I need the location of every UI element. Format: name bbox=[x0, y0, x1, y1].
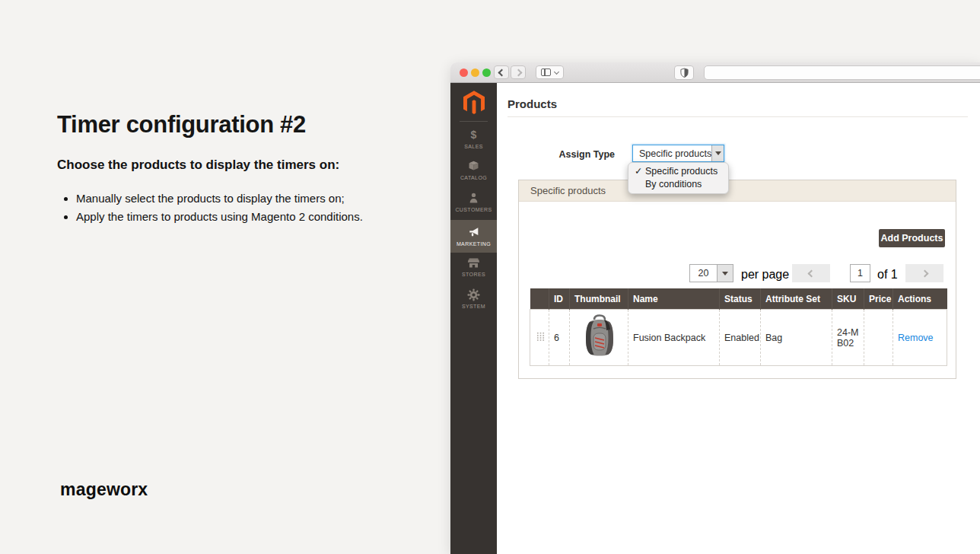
thumbnail-cell bbox=[570, 310, 628, 366]
assign-type-label: Assign Type bbox=[497, 149, 615, 160]
chevron-down-icon bbox=[554, 68, 559, 74]
box-icon bbox=[450, 160, 497, 174]
sku-cell: 24-MB02 bbox=[832, 310, 864, 366]
drag-handle-icon bbox=[536, 332, 545, 342]
tab-overview-button[interactable] bbox=[536, 65, 564, 79]
check-icon: ✓ bbox=[635, 165, 645, 178]
magento-sidebar: $ SALES CATALOG bbox=[450, 83, 497, 554]
next-page-button[interactable] bbox=[905, 264, 943, 282]
sidebar-divider bbox=[460, 121, 488, 122]
mageworx-logo: mageworx bbox=[60, 479, 148, 500]
bullet-item: Manually select the products to display … bbox=[76, 192, 363, 205]
column-header-id: ID bbox=[549, 288, 570, 310]
price-cell bbox=[864, 310, 893, 366]
heading-divider bbox=[508, 116, 968, 117]
per-page-label: per page bbox=[741, 268, 789, 282]
actions-cell: Remove bbox=[893, 310, 947, 366]
slide-title: Timer configuration #2 bbox=[57, 111, 306, 138]
chevron-right-icon bbox=[921, 269, 928, 277]
attribute-set-cell: Bag bbox=[761, 310, 832, 366]
forward-button[interactable] bbox=[511, 65, 526, 79]
column-header-drag bbox=[530, 288, 549, 310]
products-grid: ID Thumbnail Name Status Attribute Set S… bbox=[530, 288, 947, 366]
back-button[interactable] bbox=[494, 65, 509, 79]
gear-icon bbox=[450, 288, 497, 302]
add-products-button[interactable]: Add Products bbox=[879, 229, 945, 247]
dropdown-option-by-conditions[interactable]: By conditions bbox=[628, 178, 728, 191]
remove-link[interactable]: Remove bbox=[898, 333, 934, 343]
browser-titlebar bbox=[450, 62, 980, 83]
privacy-report-button[interactable] bbox=[674, 65, 694, 80]
slide-canvas: Timer configuration #2 Choose the produc… bbox=[0, 0, 980, 554]
table-row: 6 bbox=[530, 310, 947, 366]
close-window-button[interactable] bbox=[460, 68, 468, 77]
chevron-left-icon bbox=[498, 68, 505, 76]
admin-content: Products Assign Type Specific products ✓… bbox=[497, 83, 980, 554]
column-header-actions: Actions bbox=[893, 288, 947, 310]
column-header-attribute-set: Attribute Set bbox=[761, 288, 832, 310]
fusion-backpack-image bbox=[582, 314, 617, 358]
dropdown-option-specific-products[interactable]: ✓ Specific products bbox=[628, 165, 728, 178]
select-arrow-box[interactable] bbox=[717, 265, 733, 282]
magento-logo-icon[interactable] bbox=[450, 91, 497, 118]
column-header-status: Status bbox=[720, 288, 761, 310]
sidebar-item-stores[interactable]: STORES bbox=[450, 256, 497, 277]
id-cell: 6 bbox=[549, 310, 570, 366]
assign-type-dropdown: ✓ Specific products By conditions bbox=[628, 162, 729, 194]
column-header-sku: SKU bbox=[832, 288, 864, 310]
specific-products-panel: Specific products Add Products 20 per pa… bbox=[518, 180, 956, 379]
bullet-item: Apply the timers to products using Magen… bbox=[76, 210, 363, 223]
current-page-input[interactable] bbox=[850, 264, 870, 282]
sidebar-item-system[interactable]: SYSTEM bbox=[450, 288, 497, 309]
drag-handle-cell[interactable] bbox=[530, 310, 549, 366]
column-header-name: Name bbox=[628, 288, 720, 310]
magento-admin: $ SALES CATALOG bbox=[450, 83, 980, 554]
sidebar-item-customers[interactable]: CUSTOMERS bbox=[450, 192, 497, 212]
megaphone-icon bbox=[450, 226, 497, 240]
split-panes-icon bbox=[541, 68, 551, 76]
sidebar-item-catalog[interactable]: CATALOG bbox=[450, 160, 497, 180]
previous-page-button[interactable] bbox=[792, 264, 830, 282]
url-bar[interactable] bbox=[704, 65, 980, 80]
dollar-icon: $ bbox=[450, 129, 497, 142]
sidebar-item-marketing[interactable]: MARKETING bbox=[450, 220, 497, 253]
slide-subtitle: Choose the products to display the timer… bbox=[57, 158, 339, 173]
select-arrow-box[interactable] bbox=[711, 145, 724, 161]
grid-header-row: ID Thumbnail Name Status Attribute Set S… bbox=[530, 288, 947, 310]
panel-title: Specific products bbox=[519, 180, 956, 202]
minimize-window-button[interactable] bbox=[471, 68, 479, 77]
bullet-list: Manually select the products to display … bbox=[62, 192, 363, 228]
total-pages-label: of 1 bbox=[877, 268, 898, 282]
browser-window: $ SALES CATALOG bbox=[450, 62, 980, 554]
zoom-window-button[interactable] bbox=[482, 68, 491, 77]
chevron-down-icon bbox=[722, 272, 728, 275]
sidebar-item-sales[interactable]: $ SALES bbox=[450, 129, 497, 149]
shield-icon bbox=[680, 68, 689, 78]
status-cell: Enabled bbox=[720, 310, 761, 366]
chevron-down-icon bbox=[715, 151, 721, 155]
column-header-price: Price bbox=[864, 288, 893, 310]
chevron-left-icon bbox=[807, 269, 815, 277]
chevron-right-icon bbox=[514, 68, 522, 76]
person-icon bbox=[450, 192, 497, 205]
page-heading: Products bbox=[508, 97, 557, 110]
storefront-icon bbox=[450, 256, 497, 270]
name-cell: Fusion Backpack bbox=[628, 310, 720, 366]
assign-type-value: Specific products bbox=[633, 145, 711, 161]
assign-type-select[interactable]: Specific products bbox=[632, 145, 724, 162]
page-size-select[interactable]: 20 bbox=[689, 264, 733, 282]
column-header-thumbnail: Thumbnail bbox=[570, 288, 628, 310]
